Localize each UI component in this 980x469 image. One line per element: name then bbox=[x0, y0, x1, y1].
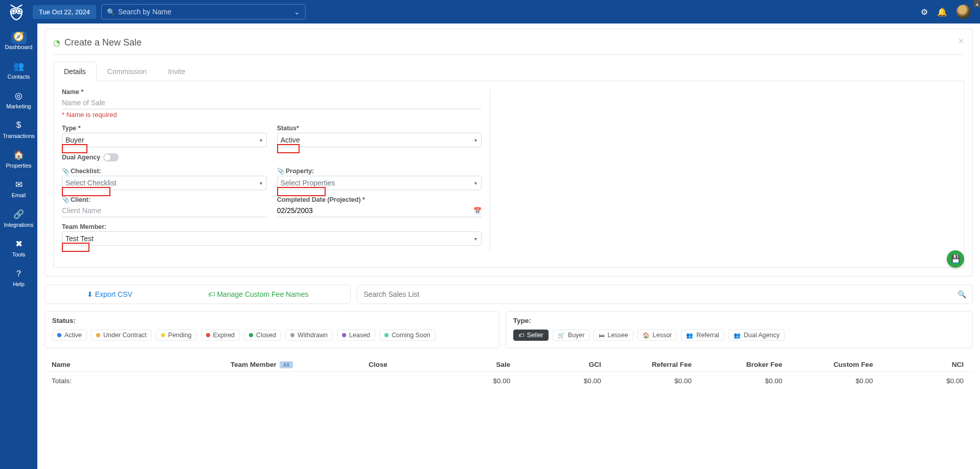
type-chips: 🏷Seller🛒Buyer🛏Lessee🏠Lessor👥Referral👥Dua… bbox=[513, 330, 965, 341]
save-fab[interactable]: 💾 bbox=[947, 250, 964, 268]
type-select[interactable]: Buyer ▾ bbox=[62, 133, 267, 147]
property-label: 📎Property: bbox=[277, 168, 482, 175]
paperclip-icon: 📎 bbox=[62, 196, 70, 203]
action-bar: ⬇ Export CSV 🏷 Manage Custom Fee Names bbox=[44, 285, 351, 304]
status-chip[interactable]: Pending bbox=[156, 330, 197, 341]
name-label: Name * bbox=[62, 88, 482, 96]
tab-invite[interactable]: Invite bbox=[157, 62, 196, 81]
status-chips: ActiveUnder ContractPendingExpiredClosed… bbox=[52, 330, 492, 341]
page-scroll-up-indicator[interactable]: ▴ bbox=[974, 0, 980, 7]
totals-referral: $0.00 bbox=[611, 377, 702, 385]
status-dot-icon bbox=[384, 333, 389, 337]
status-select-value: Active bbox=[281, 136, 300, 144]
calendar-icon[interactable]: 📅 bbox=[473, 207, 482, 215]
sidebar-item-email[interactable]: ✉ Email bbox=[0, 175, 37, 204]
th-team: Team MemberAll bbox=[231, 361, 369, 368]
type-chip[interactable]: 🏷Seller bbox=[513, 330, 549, 341]
status-dot-icon bbox=[342, 333, 346, 337]
caret-down-icon: ▾ bbox=[474, 137, 477, 143]
team-member-select[interactable]: Test Test ▾ bbox=[62, 231, 482, 246]
type-chip[interactable]: 👥Dual Agency bbox=[728, 330, 785, 341]
status-dot-icon bbox=[206, 333, 210, 337]
save-icon: 💾 bbox=[951, 254, 961, 264]
status-chip[interactable]: Expired bbox=[201, 330, 240, 341]
sidebar-item-integrations[interactable]: 🔗 Integrations bbox=[0, 204, 37, 234]
status-chip[interactable]: Active bbox=[52, 330, 87, 341]
type-chip-icon: 🛒 bbox=[558, 332, 565, 339]
mail-icon: ✉ bbox=[15, 179, 22, 190]
property-select[interactable]: Select Properties ▾ bbox=[277, 176, 482, 190]
search-sales-input[interactable] bbox=[363, 285, 958, 303]
date-button[interactable]: Tue Oct 22, 2024 bbox=[33, 5, 96, 19]
bell-icon[interactable]: 🔔 bbox=[937, 7, 947, 17]
status-chip[interactable]: Closed bbox=[244, 330, 281, 341]
team-member-value: Test Test bbox=[65, 235, 94, 243]
tabs: Details Commission Invite bbox=[53, 62, 964, 81]
sidebar-item-transactions[interactable]: $ Transactions bbox=[0, 115, 37, 145]
th-sale: Sale bbox=[430, 361, 520, 368]
status-select[interactable]: Active ▾ bbox=[277, 133, 482, 147]
dual-agency-label: Dual Agency bbox=[62, 154, 100, 161]
status-filter-title: Status: bbox=[52, 317, 492, 324]
type-chip[interactable]: 🛒Buyer bbox=[553, 330, 590, 341]
type-select-value: Buyer bbox=[65, 136, 84, 144]
svg-point-2 bbox=[13, 10, 14, 12]
th-custom: Custom Fee bbox=[792, 361, 883, 368]
client-label: 📎Client: bbox=[62, 196, 267, 203]
download-icon: ⬇ bbox=[87, 290, 95, 298]
tab-commission[interactable]: Commission bbox=[97, 62, 157, 81]
name-field[interactable] bbox=[62, 97, 482, 109]
type-chip-icon: 🏠 bbox=[643, 332, 650, 339]
client-field[interactable] bbox=[62, 204, 267, 217]
completed-date-field[interactable] bbox=[277, 204, 474, 217]
sidebar-item-tools[interactable]: ✖ Tools bbox=[0, 234, 37, 264]
sidebar-item-label: Email bbox=[12, 192, 26, 198]
type-chip[interactable]: 🛏Lessee bbox=[594, 330, 633, 341]
caret-down-icon: ▾ bbox=[474, 180, 477, 186]
sidebar-item-contacts[interactable]: 👥 Contacts bbox=[0, 56, 37, 86]
sidebar-item-label: Transactions bbox=[3, 133, 35, 139]
status-dot-icon bbox=[249, 333, 253, 337]
avatar[interactable] bbox=[956, 5, 971, 19]
totals-row: Totals: $0.00 $0.00 $0.00 $0.00 $0.00 $0… bbox=[44, 371, 973, 388]
checklist-placeholder: Select Checklist bbox=[65, 179, 117, 187]
sidebar-item-dashboard[interactable]: 🧭 Dashboard bbox=[0, 27, 37, 56]
totals-label: Totals: bbox=[52, 377, 231, 385]
type-chip-icon: 👥 bbox=[734, 332, 741, 339]
manage-custom-fees-button[interactable]: 🏷 Manage Custom Fee Names bbox=[208, 290, 309, 298]
status-label: Status* bbox=[277, 125, 482, 132]
all-badge[interactable]: All bbox=[280, 361, 293, 368]
sidebar-item-label: Marketing bbox=[6, 103, 31, 109]
th-close: Close bbox=[369, 361, 430, 368]
gear-icon[interactable]: ⚙ bbox=[921, 7, 928, 17]
sidebar: 🧭 Dashboard 👥 Contacts ◎ Marketing $ Tra… bbox=[0, 24, 37, 398]
status-chip[interactable]: Withdrawn bbox=[285, 330, 333, 341]
search-sales-list[interactable]: 🔍 bbox=[357, 285, 973, 304]
name-error: * Name is required bbox=[62, 111, 482, 119]
th-referral: Referral Fee bbox=[611, 361, 702, 368]
checklist-select[interactable]: Select Checklist ▾ bbox=[62, 176, 267, 190]
sidebar-item-label: Contacts bbox=[8, 74, 30, 80]
export-csv-button[interactable]: ⬇ Export CSV bbox=[87, 290, 132, 298]
search-by-name[interactable]: 🔍 Search by Name ⌄ bbox=[101, 4, 306, 19]
sidebar-item-marketing[interactable]: ◎ Marketing bbox=[0, 86, 37, 115]
close-icon[interactable]: × bbox=[958, 35, 964, 47]
th-nci: NCI bbox=[883, 361, 966, 368]
th-name: Name bbox=[52, 361, 231, 368]
status-chip[interactable]: Leased bbox=[337, 330, 375, 341]
tab-details[interactable]: Details bbox=[53, 62, 97, 81]
status-dot-icon bbox=[161, 333, 165, 337]
sidebar-item-label: Integrations bbox=[4, 222, 33, 228]
type-chip[interactable]: 👥Referral bbox=[681, 330, 724, 341]
dual-agency-toggle[interactable] bbox=[103, 153, 119, 161]
property-placeholder: Select Properties bbox=[281, 179, 335, 187]
sidebar-item-properties[interactable]: 🏠 Properties bbox=[0, 145, 37, 175]
checklist-label: 📎Checklist: bbox=[62, 168, 267, 175]
sidebar-item-help[interactable]: ？ Help bbox=[0, 264, 37, 293]
app-logo-owl[interactable] bbox=[5, 1, 28, 23]
search-icon: 🔍 bbox=[958, 290, 966, 298]
status-chip[interactable]: Under Contract bbox=[91, 330, 152, 341]
status-chip[interactable]: Coming Soon bbox=[379, 330, 436, 341]
type-chip[interactable]: 🏠Lessor bbox=[637, 330, 677, 341]
completed-date-label: Completed Date (Projected) * bbox=[277, 196, 482, 203]
